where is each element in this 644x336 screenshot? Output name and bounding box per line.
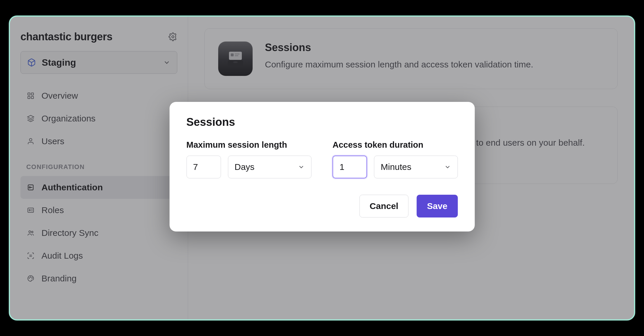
chevron-down-icon: [444, 163, 451, 170]
cancel-button[interactable]: Cancel: [360, 195, 409, 217]
token-duration-unit-select[interactable]: Minutes: [374, 156, 458, 178]
chevron-down-icon: [298, 163, 305, 170]
max-session-unit-select[interactable]: Days: [228, 156, 312, 178]
token-duration-value-input[interactable]: [333, 156, 367, 178]
app-frame: chantastic burgers Staging Overview: [9, 15, 635, 321]
max-session-field: Maximum session length Days: [186, 140, 312, 178]
max-session-label: Maximum session length: [186, 140, 312, 150]
unit-label: Days: [235, 162, 254, 172]
unit-label: Minutes: [381, 162, 412, 172]
token-duration-field: Access token duration Minutes: [333, 140, 458, 178]
save-button[interactable]: Save: [417, 195, 458, 217]
sessions-dialog: Sessions Maximum session length Days Acc…: [169, 102, 475, 231]
dialog-title: Sessions: [186, 116, 458, 128]
max-session-value-input[interactable]: [186, 156, 221, 178]
token-duration-label: Access token duration: [333, 140, 458, 150]
